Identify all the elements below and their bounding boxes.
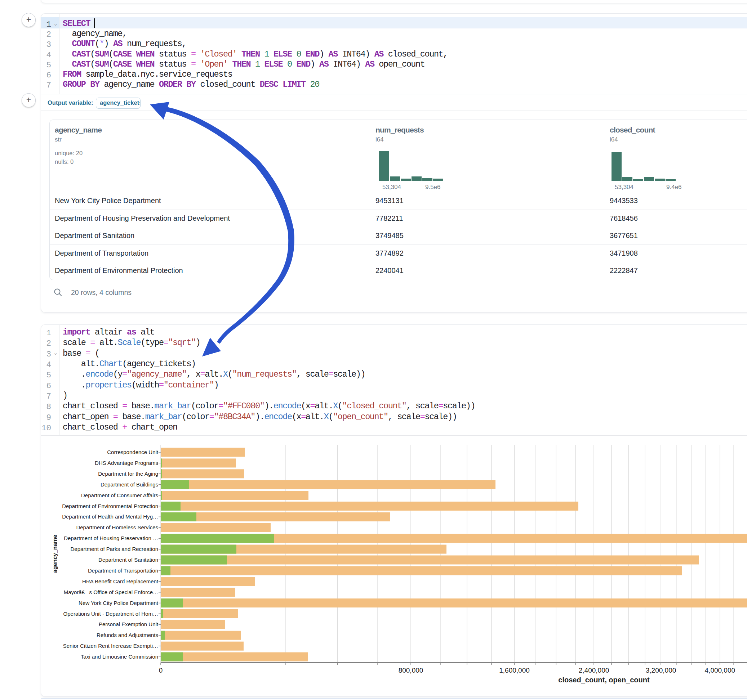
svg-text:Department of Homeless Service: Department of Homeless Services (76, 524, 158, 530)
svg-text:Department of Housing Preserva: Department of Housing Preservation … (64, 535, 158, 541)
svg-text:800,000: 800,000 (399, 667, 423, 674)
svg-text:1,600,000: 1,600,000 (499, 667, 530, 674)
svg-text:4,000,000: 4,000,000 (705, 667, 735, 674)
svg-text:Refunds and Adjustments: Refunds and Adjustments (97, 632, 158, 638)
svg-text:Department of Health and Menta: Department of Health and Mental Hyg… (62, 513, 158, 520)
svg-text:Senior Citizen Rent Increase E: Senior Citizen Rent Increase Exempti… (63, 643, 158, 649)
svg-text:Personal Exemption Unit: Personal Exemption Unit (99, 621, 159, 627)
svg-text:Operations Unit - Department o: Operations Unit - Department of Hom… (64, 611, 158, 617)
svg-text:Taxi and Limousine Commission: Taxi and Limousine Commission (81, 653, 158, 660)
svg-text:New York City Police Departmen: New York City Police Department (79, 600, 159, 606)
svg-text:2,400,000: 2,400,000 (579, 667, 609, 674)
svg-text:Department of Buildings: Department of Buildings (101, 481, 158, 487)
svg-text:Department of Consumer Affairs: Department of Consumer Affairs (81, 492, 158, 498)
svg-text:Mayorâ€ s Office of Special: Mayorâ€ s Office of Special Enforce… (64, 589, 158, 595)
svg-text:Department of Parks and Recrea: Department of Parks and Recreation (71, 546, 158, 552)
svg-text:Department of Environmental Pr: Department of Environmental Protection (62, 503, 158, 509)
svg-text:Department for the Aging: Department for the Aging (98, 471, 158, 477)
svg-text:3,200,000: 3,200,000 (646, 667, 676, 674)
svg-text:0: 0 (159, 667, 163, 674)
svg-text:DHS Advantage Programs: DHS Advantage Programs (95, 460, 158, 466)
svg-text:agency_name: agency_name (52, 535, 58, 573)
svg-text:HRA Benefit Card Replacement: HRA Benefit Card Replacement (82, 578, 159, 584)
svg-text:Department of Transportation: Department of Transportation (88, 567, 158, 573)
svg-text:closed_count, open_count: closed_count, open_count (558, 676, 650, 684)
svg-text:Department of Sanitation: Department of Sanitation (98, 557, 158, 563)
svg-text:Correspondence Unit: Correspondence Unit (107, 449, 159, 455)
